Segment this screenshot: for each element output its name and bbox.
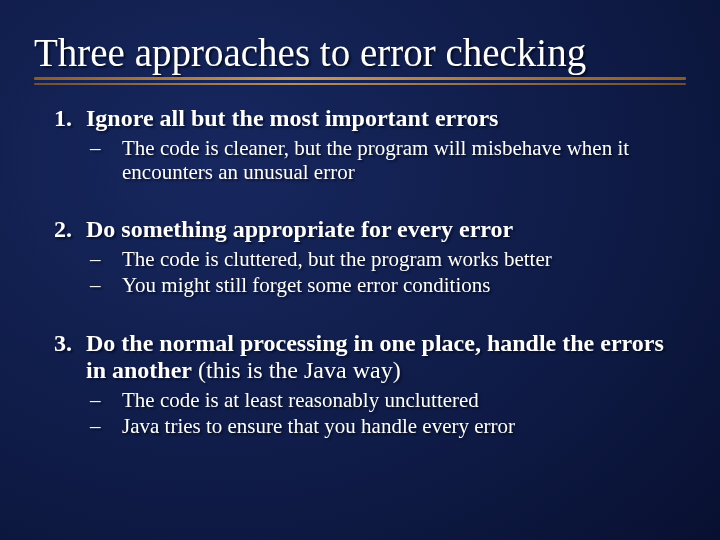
list-item: Do something appropriate for every error… (78, 216, 686, 297)
sub-item: The code is cluttered, but the program w… (90, 247, 686, 271)
sub-item: Java tries to ensure that you handle eve… (90, 414, 686, 438)
sub-item: The code is cleaner, but the program wil… (90, 136, 686, 184)
item-heading: Do something appropriate for every error (86, 216, 513, 242)
list-item: Ignore all but the most important errors… (78, 105, 686, 184)
sub-item: You might still forget some error condit… (90, 273, 686, 297)
item-paren: (this is the Java way) (192, 357, 401, 383)
item-heading: Ignore all but the most important errors (86, 105, 498, 131)
sub-list: The code is cleaner, but the program wil… (86, 136, 686, 184)
slide-title: Three approaches to error checking (34, 30, 686, 75)
main-list: Ignore all but the most important errors… (34, 105, 686, 438)
sub-list: The code is cluttered, but the program w… (86, 247, 686, 297)
list-item: Do the normal processing in one place, h… (78, 330, 686, 438)
sub-item: The code is at least reasonably unclutte… (90, 388, 686, 412)
sub-list: The code is at least reasonably unclutte… (86, 388, 686, 438)
slide: Three approaches to error checking Ignor… (0, 0, 720, 540)
